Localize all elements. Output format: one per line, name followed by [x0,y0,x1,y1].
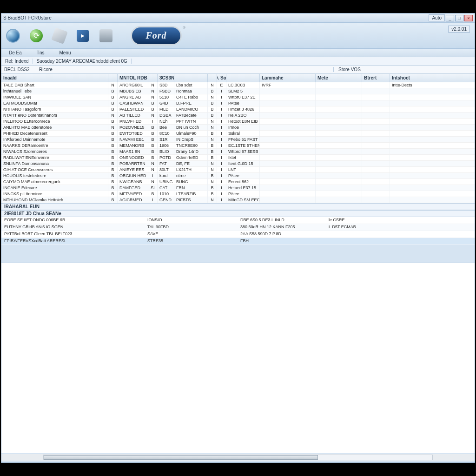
tab-tns[interactable]: Tns [32,49,49,56]
detail-grid[interactable]: EORE SE IIET ONDC 006BE 6BIONSIODBE 6S0 … [1,217,475,245]
module-button[interactable]: ▶ [75,28,91,44]
cell [316,88,362,94]
scrollbar-track[interactable] [43,455,433,460]
cell: B [108,197,118,203]
detail-row[interactable]: FPIBY/FERVSXcdBatt ARERESLSTRE35FBH [1,238,475,245]
cell [316,94,362,100]
cell: INNCKS plLtterminre [1,191,108,197]
cell: LTEARZIB [174,191,208,197]
table-row[interactable]: HOUOLIS testetedecreBORGIUN HEDIkordritr… [1,173,475,179]
table-row[interactable]: TALE DAB ShartNARORG60ILNS3DLba sdetNELC… [1,82,475,88]
col-mete[interactable]: Mete [316,74,362,82]
cell: FBH [238,238,326,245]
cell: Hmcet 3 4826 [226,106,260,112]
col-desc[interactable] [174,74,208,82]
cell: NAARKS DERamoentre [1,143,108,148]
cell: B [208,155,217,160]
col-pd[interactable]: PD. Sovd [217,74,226,82]
col-flag3[interactable] [208,74,217,82]
cell: B [108,119,118,124]
table-row[interactable]: INCANIE EdecareBDAMFGEDSICATFRNBIHetaed … [1,185,475,191]
cell: MBUBS EB [118,88,148,94]
cell [316,119,362,124]
cell: Wttord 67 $ESB [226,149,260,154]
table-row[interactable]: RADLIWAT ENEenvenreBONSNOOEDBPGTDOdemrte… [1,155,475,161]
col-flag2[interactable] [148,74,158,82]
cell: Drany 14nD [174,149,208,154]
cell [362,143,390,148]
cell [260,137,316,142]
cell [390,167,427,172]
col-lastname[interactable]: Lammahe [260,74,316,82]
cell [260,155,316,160]
table-row[interactable]: GIH AT OCE CecenseeresBANIEYE EESN80LTLX… [1,167,475,173]
filter-tag: Store VOS [333,67,365,72]
version-badge: v2.0.01 [448,26,470,33]
cell: IMWIOLE SAN [1,94,108,100]
table-row[interactable]: IMWIOLE SANBANGRE ABN5110C4TE RaboNIWtto… [1,94,475,100]
table-row[interactable]: NIWALCS SzorenceresBMAAS1 8NBBLIODrany 1… [1,149,475,155]
detail-row[interactable]: EUTHNY GRidB ANi5 IO SGENTAL 90FBD380 60… [1,224,475,231]
refresh-button[interactable]: ⟳ [28,28,44,44]
cell: INLLIROO ELtterconrece [1,119,108,124]
vehicle-bar: Rel: Indexd Suosday 2CMAY ARECMAEhdoddie… [1,57,475,66]
package-button[interactable] [52,28,67,44]
table-row[interactable]: NAARKS DERamoentreBMEMANORBB1906TNCR8E60… [1,143,475,149]
detail-row[interactable]: EORE SE IIET ONDC 006BE 6BIONSIODBE 6S0 … [1,217,475,224]
cell: PO2OVNE15 [118,125,148,130]
cell: FAT [158,161,174,166]
scrollbar-thumb[interactable] [44,455,318,460]
cell: N [208,161,217,166]
cell: Wttor0 E37 2E [226,94,260,100]
table-row[interactable]: CAIYMO MAE otmerecrergoekBNWICEANBNUBING… [1,179,475,185]
titlebar[interactable]: S BradBOT FCRUsture Auto _ □ × [1,13,475,23]
tab-data[interactable]: De Ea [4,49,26,56]
cell: B [208,131,217,136]
table-row[interactable]: INNCKS plLtterminreBMFTVAEEDB1010LTEARZI… [1,191,475,197]
table-row[interactable]: NRHANO I asgofornBPALESTEEDBFILDLANDMICO… [1,106,475,112]
cell: CAIYMO MAE otmerecrergoek [1,179,108,185]
vehicle-value[interactable]: Suosday 2CMAY ARECMAEhdoddiefent 0G [33,59,132,64]
cell: N [148,94,158,100]
table-row[interactable]: NTART eNO DotentatinanorsNAB TILLEDNDGBA… [1,112,475,119]
table-row[interactable]: EATMOODSOMatBCASHBWANBG4DD.FPREBIPAtee [1,100,475,106]
table-row[interactable]: PHIHED DecetenersentBEWTOT8EDB8C10Ulmale… [1,131,475,137]
table-row[interactable]: MTHUHOND MClamko HettniehBAGICRMEDIGENDP… [1,197,475,203]
minimize-button[interactable]: _ [446,15,454,21]
table-row[interactable]: SNLINFA DamonsanunaBPOBARRTENNFATDE, FEN… [1,161,475,167]
maximize-button[interactable]: □ [455,15,463,21]
cell: N [108,82,118,88]
save-button[interactable] [98,28,114,44]
cell [260,197,316,203]
table-row[interactable]: ANLHTO MAE otteretoreeNPO2OVNE15BBeeDN u… [1,125,475,131]
col-instruct[interactable]: Intshoct [390,74,427,82]
cell: B [208,173,217,178]
col-id[interactable]: 3CS3N [158,74,174,82]
home-button[interactable] [5,28,21,44]
table-row[interactable]: InRforoed UninnemoteBNAVAMI EB1BS1RIN Cr… [1,137,475,143]
cell: TNCR8E60 [174,143,208,148]
cell: EWTOT8ED [118,131,148,136]
grid-body[interactable]: TALE DAB ShartNARORG60ILNS3DLba sdetNELC… [1,82,475,203]
col-start[interactable]: Btrert [362,74,390,82]
cell: ORGIUN HED [118,173,148,178]
cell: B [108,131,118,136]
col-name[interactable]: Inaald [1,74,108,82]
filter-label: BECL DSS2 [1,67,36,72]
table-row[interactable]: INLLIROO ELtterconreceBPNLVFHEDINEhPFT I… [1,119,475,125]
detail-row[interactable]: PATTBnl BORT Gleen TBL BELT023SAVE2AA S5… [1,231,475,238]
col-value[interactable] [226,74,260,82]
col-flag1[interactable] [108,74,118,82]
cell: Iktet [226,155,260,160]
close-button[interactable]: × [464,15,473,21]
cell: B [208,191,217,197]
table-row[interactable]: inthtanuel l ebeBMBUBS EBNFSBDRonmaaBISL… [1,88,475,94]
cell: NIWALCS Szorenceres [1,149,108,154]
cell: B [108,155,118,160]
cell: SI [148,185,158,191]
tab-menu[interactable]: Menu [54,49,75,56]
horizontal-scrollbar[interactable] [1,454,475,461]
filter-value[interactable]: Ricore [36,67,333,72]
col-code[interactable]: MNTOL RDB [118,74,148,82]
cell: B [148,155,158,160]
